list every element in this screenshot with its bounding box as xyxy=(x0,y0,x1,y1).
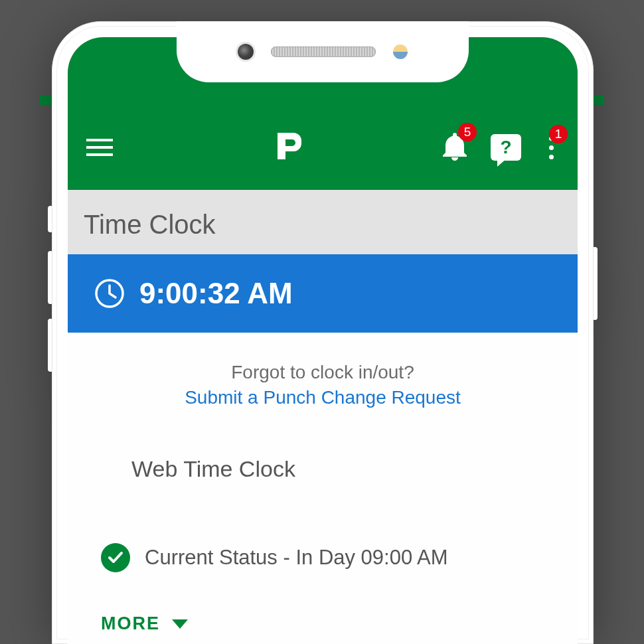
current-time-banner: 9:00:32 AM xyxy=(68,254,578,333)
sensor-icon xyxy=(393,44,408,59)
camera-icon xyxy=(238,44,254,60)
chevron-down-icon xyxy=(172,619,188,629)
clock-icon xyxy=(94,278,125,309)
decorative-stub xyxy=(40,96,52,105)
current-time: 9:00:32 AM xyxy=(139,277,293,310)
speaker-icon xyxy=(271,46,376,57)
help-icon: ? xyxy=(491,134,521,161)
check-circle-icon xyxy=(101,543,130,572)
punch-change-request-link[interactable]: Submit a Punch Change Request xyxy=(88,387,558,408)
phone-mockup: 5 ? 1 Time Clock xyxy=(52,21,594,644)
section-title: Web Time Clock xyxy=(131,456,558,482)
more-label: MORE xyxy=(101,613,160,634)
screen: 5 ? 1 Time Clock xyxy=(68,37,578,644)
decorative-stub xyxy=(592,96,604,105)
notifications-button[interactable]: 5 xyxy=(442,131,468,163)
more-button[interactable]: MORE xyxy=(88,613,558,644)
help-button[interactable]: ? xyxy=(491,134,521,161)
notifications-badge: 5 xyxy=(458,123,477,141)
overflow-badge: 1 xyxy=(549,125,568,143)
phone-notch xyxy=(177,21,469,82)
content-card: Forgot to clock in/out? Submit a Punch C… xyxy=(68,333,578,644)
status-row: Current Status - In Day 09:00 AM xyxy=(101,543,558,572)
forgot-text: Forgot to clock in/out? xyxy=(88,362,558,383)
page-title: Time Clock xyxy=(68,190,578,254)
menu-button[interactable] xyxy=(86,139,113,156)
current-status-text: Current Status - In Day 09:00 AM xyxy=(145,546,448,570)
overflow-menu-button[interactable]: 1 xyxy=(544,133,559,162)
app-logo xyxy=(272,130,304,165)
